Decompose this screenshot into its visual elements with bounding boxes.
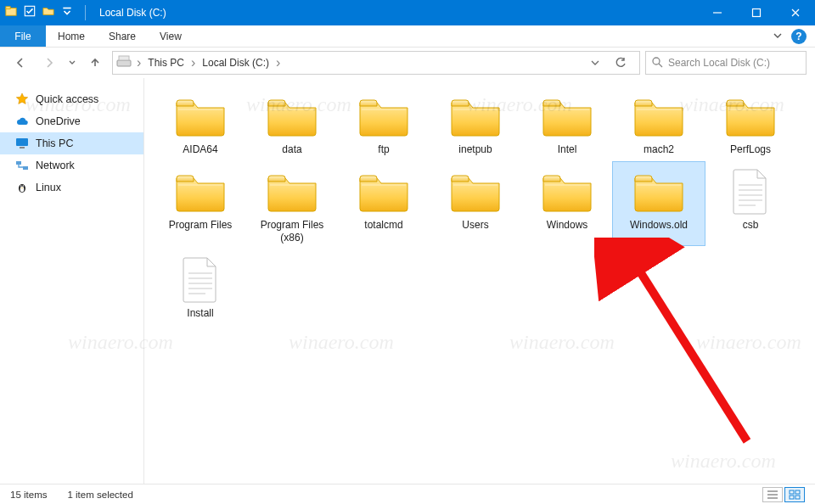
sidebar-item-network[interactable]: Network — [0, 154, 143, 176]
quick-access-toolbar — [0, 5, 91, 20]
refresh-button[interactable] — [609, 51, 632, 75]
item-label: PerfLogs — [705, 143, 796, 157]
status-count: 15 items — [10, 490, 47, 500]
folder-program-files[interactable]: Program Files — [155, 162, 246, 245]
chevron-right-icon[interactable]: › — [276, 55, 280, 70]
qat-folder-icon[interactable] — [42, 5, 54, 20]
item-label: inetpub — [430, 143, 521, 157]
nav-back-button[interactable] — [8, 51, 32, 75]
folder-totalcmd[interactable]: totalcmd — [338, 162, 430, 245]
breadcrumb-this-pc[interactable]: This PC — [146, 57, 186, 69]
folder-ftp[interactable]: ftp — [338, 87, 430, 157]
tab-view[interactable]: View — [148, 25, 194, 47]
item-label: Windows.old — [613, 218, 705, 232]
svg-rect-36 — [790, 496, 794, 499]
address-dropdown-icon[interactable] — [583, 51, 607, 75]
view-details-button[interactable] — [762, 487, 783, 502]
nav-recent-button[interactable] — [66, 51, 78, 75]
folder-mach2[interactable]: mach2 — [613, 87, 705, 157]
breadcrumb-local-disk[interactable]: Local Disk (C:) — [200, 57, 271, 69]
sidebar-item-quick-access[interactable]: Quick access — [0, 88, 143, 110]
address-bar: › This PC › Local Disk (C:) › Search Loc… — [0, 48, 815, 78]
folder-icon — [521, 90, 613, 143]
qat-checkbox-icon[interactable] — [24, 5, 36, 20]
chevron-right-icon[interactable]: › — [191, 55, 195, 70]
drive-icon — [116, 54, 132, 71]
item-label: ftp — [338, 143, 430, 157]
network-icon — [15, 159, 29, 172]
item-label: Intel — [521, 143, 613, 157]
close-button[interactable] — [776, 0, 815, 25]
folder-icon — [155, 90, 246, 143]
file-csb[interactable]: csb — [705, 162, 796, 245]
nav-forward-button[interactable] — [37, 51, 61, 75]
folder-aida64[interactable]: AIDA64 — [155, 87, 246, 157]
search-input[interactable]: Search Local Disk (C:) — [645, 51, 807, 75]
breadcrumb-bar[interactable]: › This PC › Local Disk (C:) › — [112, 51, 640, 75]
svg-rect-5 — [753, 9, 761, 17]
folder-icon — [155, 165, 246, 218]
item-label: Windows — [521, 218, 613, 232]
window-title: Local Disk (C:) — [91, 7, 698, 19]
item-label: mach2 — [613, 143, 705, 157]
folder-icon — [338, 165, 430, 218]
folder-inetpub[interactable]: inetpub — [430, 87, 521, 157]
separator — [85, 5, 86, 20]
sidebar-item-linux[interactable]: Linux — [0, 176, 143, 199]
svg-rect-34 — [790, 490, 794, 494]
app-icon — [5, 5, 17, 20]
item-label: Install — [155, 306, 246, 321]
folder-intel[interactable]: Intel — [521, 87, 613, 157]
svg-point-10 — [653, 58, 660, 64]
svg-rect-37 — [795, 496, 800, 499]
folder-icon — [705, 90, 796, 143]
search-placeholder: Search Local Disk (C:) — [668, 57, 770, 69]
maximize-button[interactable] — [737, 0, 776, 25]
folder-users[interactable]: Users — [430, 162, 521, 245]
window-controls — [698, 0, 815, 25]
svg-rect-1 — [6, 7, 10, 9]
sidebar-item-label: Network — [36, 160, 75, 171]
file-install[interactable]: Install — [155, 250, 246, 321]
sidebar-item-this-pc[interactable]: This PC — [0, 132, 143, 154]
sidebar-item-label: OneDrive — [36, 115, 81, 127]
folder-icon — [521, 165, 613, 218]
svg-rect-15 — [23, 166, 28, 170]
qat-dropdown-icon[interactable] — [61, 5, 73, 20]
svg-rect-14 — [16, 161, 21, 165]
monitor-icon — [15, 137, 29, 150]
item-label: Program Files — [155, 218, 246, 232]
folder-data[interactable]: data — [246, 87, 338, 157]
content-pane[interactable]: AIDA64dataftpinetpubIntelmach2PerfLogsPr… — [144, 78, 815, 484]
file-icon — [705, 165, 796, 218]
folder-program-files-x86-[interactable]: Program Files (x86) — [246, 162, 338, 245]
svg-rect-12 — [16, 138, 28, 146]
folder-windows-old[interactable]: Windows.old — [613, 162, 705, 245]
folder-icon — [430, 90, 521, 143]
tab-share[interactable]: Share — [97, 25, 148, 47]
svg-rect-9 — [119, 56, 129, 60]
nav-up-button[interactable] — [83, 51, 107, 75]
view-large-icons-button[interactable] — [784, 487, 805, 502]
star-icon — [15, 92, 29, 106]
file-icon — [155, 254, 246, 306]
folder-icon — [430, 165, 521, 218]
tab-home[interactable]: Home — [46, 25, 97, 47]
folder-windows[interactable]: Windows — [521, 162, 613, 245]
sidebar-item-onedrive[interactable]: OneDrive — [0, 110, 143, 132]
titlebar: Local Disk (C:) — [0, 0, 815, 25]
chevron-right-icon[interactable]: › — [137, 55, 141, 70]
item-label: Program Files (x86) — [246, 218, 338, 245]
minimize-button[interactable] — [698, 0, 737, 25]
folder-perflogs[interactable]: PerfLogs — [705, 87, 796, 157]
help-icon[interactable]: ? — [791, 29, 807, 44]
svg-rect-8 — [117, 60, 131, 66]
svg-point-18 — [20, 185, 22, 187]
cloud-icon — [15, 115, 29, 128]
svg-point-19 — [23, 185, 25, 187]
folder-icon — [338, 90, 430, 143]
folder-icon — [613, 165, 705, 218]
item-label: AIDA64 — [155, 143, 246, 157]
tab-file[interactable]: File — [0, 25, 46, 47]
ribbon-expand-icon[interactable] — [773, 29, 783, 44]
